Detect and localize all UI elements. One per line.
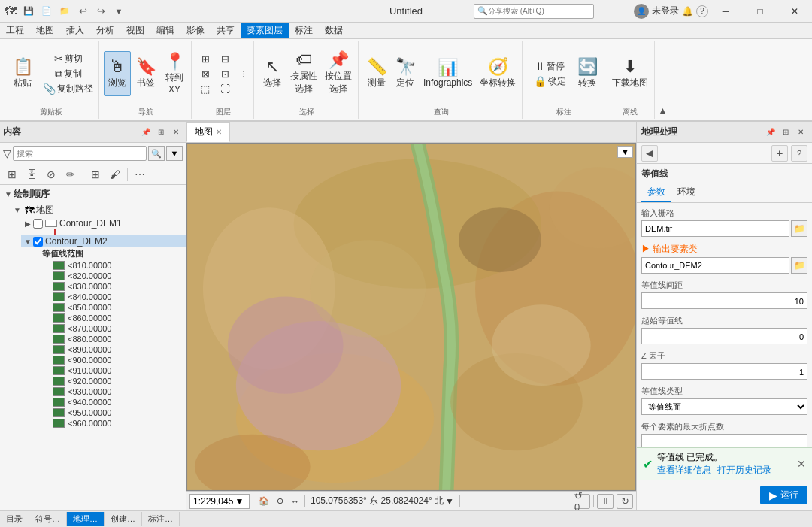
ribbon-expand-btn[interactable]: ▲ (656, 104, 668, 117)
map-tree-node[interactable]: ▼ 🗺 地图 (11, 202, 186, 217)
geoprocess-tab-params[interactable]: 参数 (641, 183, 671, 202)
customize-btn[interactable]: ▼ (111, 4, 126, 19)
input-raster-browse-btn[interactable]: 📁 (791, 220, 807, 237)
geoprocess-add-btn[interactable]: + (771, 145, 788, 162)
nav-home-btn[interactable]: 🏠 (256, 496, 271, 506)
menu-analysis[interactable]: 分析 (90, 23, 120, 38)
menu-insert[interactable]: 插入 (60, 23, 90, 38)
map-dropdown-btn[interactable]: ▼ (617, 146, 633, 158)
cut-btn[interactable]: ✂ 剪切 (41, 52, 95, 66)
menu-edit[interactable]: 编辑 (150, 23, 180, 38)
tb-table-btn[interactable]: ⊞ (3, 165, 21, 183)
browse-btn[interactable]: 🖱 浏览 (104, 51, 131, 96)
help-icon[interactable]: ? (696, 5, 708, 17)
nav-arrows-btn[interactable]: ↔ (289, 497, 301, 506)
bookmark-btn[interactable]: 🔖 书签 (132, 51, 159, 96)
filter-icon[interactable]: ▽ (3, 147, 11, 159)
measure-btn[interactable]: 📏 测量 (363, 51, 390, 96)
tb-add-btn[interactable]: ⊞ (86, 165, 105, 183)
contour-type-select[interactable]: 等值线 等值线面 等值线描影 (641, 398, 807, 415)
convert-btn[interactable]: 🔄 转换 (574, 51, 601, 96)
tb-layer-btn[interactable]: 🗄 (23, 165, 41, 183)
run-btn[interactable]: ▶ 运行 (760, 486, 807, 504)
max-vertices-field[interactable] (641, 434, 807, 447)
menu-feature-layer[interactable]: 要素图层 (241, 23, 289, 38)
coord-transform-btn[interactable]: 🧭 坐标转换 (477, 51, 519, 96)
layer-btn-4[interactable]: ⊡ (216, 67, 234, 80)
minimize-btn[interactable]: ─ (708, 0, 743, 23)
nav-zoom-extent-btn[interactable]: ⊕ (274, 496, 286, 506)
global-search-box[interactable]: 🔍 (474, 4, 594, 19)
paste-btn[interactable]: 📋 粘贴 (6, 51, 39, 96)
menu-annotate[interactable]: 标注 (289, 23, 319, 38)
right-panel-pin-btn[interactable]: 📌 (764, 126, 777, 139)
lock-btn[interactable]: 🔒 锁定 (527, 74, 572, 89)
right-panel-float-btn[interactable]: ⊞ (779, 126, 792, 139)
bottom-tab-create[interactable]: 创建… (105, 512, 142, 526)
infographics-btn[interactable]: 📊 Infographics (420, 51, 475, 96)
panel-close-btn[interactable]: ✕ (169, 126, 183, 139)
copy-btn[interactable]: ⧉ 复制 (41, 67, 95, 81)
select-attr-btn[interactable]: 🏷 按属性选择 (287, 51, 320, 96)
panel-pin-btn[interactable]: 📌 (139, 126, 153, 139)
contour-dem2-node[interactable]: ▼ Contour_DEM2 (21, 235, 186, 247)
map-tab-close-btn[interactable]: ✕ (216, 128, 222, 136)
maximize-btn[interactable]: □ (743, 0, 777, 23)
select-btn[interactable]: ↖ 选择 (259, 51, 286, 96)
output-features-field[interactable] (641, 257, 789, 274)
bottom-tab-symbol[interactable]: 符号… (29, 512, 67, 526)
undo-btn[interactable]: ↩ (75, 4, 90, 19)
drawing-order-section[interactable]: ▼ 绘制顺序 (0, 186, 186, 202)
menu-view[interactable]: 视图 (120, 23, 150, 38)
quick-access-save[interactable]: 💾 (21, 4, 36, 19)
panel-float-btn[interactable]: ⊞ (154, 126, 168, 139)
content-search-input[interactable] (13, 146, 147, 161)
notification-icon[interactable]: 🔔 (682, 6, 693, 17)
layer-btn-3[interactable]: ⊠ (196, 67, 214, 80)
pause-btn[interactable]: ⏸ 暂停 (527, 59, 572, 74)
global-search-input[interactable] (488, 7, 590, 15)
bottom-tab-annotate[interactable]: 标注… (142, 512, 180, 526)
geoprocess-back-btn[interactable]: ◀ (641, 145, 658, 162)
menu-share[interactable]: 共享 (211, 23, 241, 38)
quick-access-folder[interactable]: 📁 (57, 4, 72, 19)
right-panel-close-btn[interactable]: ✕ (794, 126, 807, 139)
content-search-opts[interactable]: ▼ (166, 146, 183, 161)
menu-image[interactable]: 影像 (180, 23, 211, 38)
menu-data[interactable]: 数据 (319, 23, 349, 38)
copy-path-btn[interactable]: 📎 复制路径 (41, 82, 95, 96)
user-avatar[interactable]: 👤 (634, 4, 649, 19)
geoprocess-help-btn[interactable]: ? (791, 145, 807, 162)
contour-dem1-node[interactable]: ▶ Contour_DEM1 (21, 217, 186, 229)
layer-btn-1[interactable]: ⊞ (196, 52, 214, 65)
tb-more-btn[interactable]: ⋯ (131, 165, 149, 183)
tb-edit-btn[interactable]: ✏ (62, 165, 80, 183)
close-btn[interactable]: ✕ (777, 0, 812, 23)
notification-details-link[interactable]: 查看详细信息 (657, 464, 711, 477)
more-layers-btn[interactable]: ⋯ (235, 51, 250, 96)
locate-btn[interactable]: 🔭 定位 (392, 51, 419, 96)
content-search-btn[interactable]: 🔍 (148, 146, 165, 161)
quick-access-new[interactable]: 📄 (39, 4, 54, 19)
input-raster-field[interactable] (641, 220, 789, 237)
download-map-btn[interactable]: ⬇ 下载地图 (609, 51, 651, 96)
layer-btn-5[interactable]: ⬚ (196, 82, 214, 95)
bottom-tab-geo[interactable]: 地理… (67, 512, 105, 526)
scale-selector[interactable]: 1:229,045 ▼ (189, 494, 250, 509)
dem1-checkbox[interactable] (33, 219, 43, 229)
map-view[interactable]: ▼ (186, 143, 636, 491)
redo-btn[interactable]: ↪ (93, 4, 108, 19)
menu-project[interactable]: 工程 (0, 23, 30, 38)
notification-close-btn[interactable]: ✕ (797, 458, 806, 470)
map-pause-btn[interactable]: ⏸ (597, 494, 614, 509)
map-rotate-btn[interactable]: ↺ 0 (574, 494, 590, 509)
dem2-checkbox[interactable] (33, 237, 43, 247)
tb-filter-btn[interactable]: ⊘ (42, 165, 60, 183)
goto-xy-btn[interactable]: 📍 转到XY (161, 51, 188, 96)
layer-btn-2[interactable]: ⊟ (216, 52, 234, 65)
coords-dropdown[interactable]: ▼ (445, 496, 454, 507)
geoprocess-tab-env[interactable]: 环境 (671, 183, 701, 202)
map-refresh-btn[interactable]: ↻ (617, 494, 633, 509)
map-tab-main[interactable]: 地图 ✕ (186, 122, 230, 142)
layer-btn-6[interactable]: ⛶ (216, 82, 234, 95)
